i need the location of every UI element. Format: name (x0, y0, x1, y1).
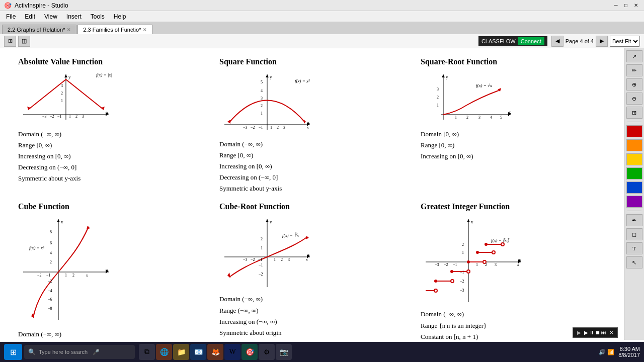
toolbar-btn-2[interactable]: ◫ (18, 36, 30, 47)
sq-domain: Domain (−∞, ∞) (219, 139, 282, 150)
svg-marker-59 (87, 226, 90, 229)
svg-text:y: y (446, 74, 448, 79)
absolute-value-cell: Absolute Value Function y f(x) = (10, 53, 211, 198)
tab-graphs-close[interactable]: ✕ (67, 27, 71, 32)
sidebar-color-orange[interactable] (626, 139, 642, 151)
activinspire-icon[interactable]: 🎯 (242, 344, 258, 360)
media-player[interactable]: ▶ ▶ ⏸ ⏹ ⏭ ✕ (573, 327, 618, 338)
search-icon: 🔍 (28, 348, 36, 355)
svg-point-112 (450, 270, 453, 273)
page-next[interactable]: ▶ (596, 36, 608, 47)
svg-text:−1: −1 (46, 273, 51, 278)
svg-text:−2: −2 (460, 279, 464, 284)
media-play[interactable]: ▶ (584, 330, 588, 335)
maximize-button[interactable]: □ (622, 2, 630, 10)
svg-point-109 (467, 260, 470, 263)
cuberoot-function-cell: Cube-Root Function y f(x) = ∛x x 2 (211, 198, 413, 342)
tray-time: 8:30 AM (618, 346, 640, 352)
sqrt-function-title: Square-Root Function (421, 57, 497, 66)
svg-text:4: 4 (50, 251, 52, 255)
tab-families-close[interactable]: ✕ (143, 27, 147, 32)
menu-help[interactable]: Help (110, 12, 130, 21)
sidebar-text-icon[interactable]: T (626, 242, 642, 254)
svg-marker-22 (227, 120, 230, 124)
toolbar-btn-1[interactable]: ⊞ (4, 36, 16, 47)
word-icon[interactable]: W (224, 344, 240, 360)
svg-text:f(x) = x³: f(x) = x³ (29, 245, 44, 250)
start-button[interactable]: ⊞ (4, 344, 22, 360)
menu-tools[interactable]: Tools (87, 12, 109, 21)
sidebar-arrow-icon[interactable]: ↖ (626, 256, 642, 268)
svg-point-105 (492, 251, 495, 254)
sqrt-function-info: Domain [0, ∞) Range [0, ∞) Increasing on… (421, 129, 473, 162)
svg-text:−2: −2 (37, 273, 42, 278)
menu-edit[interactable]: Edit (21, 12, 39, 21)
classflow-label: CLASSFLOW (481, 38, 516, 44)
svg-point-106 (476, 251, 479, 254)
svg-text:x: x (305, 257, 308, 262)
taskbar-search[interactable]: 🔍 Type here to search 🎤 (24, 345, 135, 359)
svg-text:x: x (106, 110, 108, 115)
svg-text:1: 1 (274, 257, 276, 262)
sqrt-function-cell: Square-Root Function y f(x) = √x x 3 (413, 53, 614, 198)
tab-bar: 2.2 Graphs of Relation* ✕ 2.3 Families o… (0, 22, 644, 34)
absolute-value-info: Domain (−∞, ∞) Range [0, ∞) Increasing o… (18, 129, 80, 184)
sidebar-color-red[interactable] (626, 125, 642, 137)
title-bar-text: ActivInspire - Studio (15, 2, 68, 9)
cube-function-info: Domain (−∞, ∞) Range (−∞, ∞) Increasing … (18, 329, 80, 342)
cube-function-cell: Cube Function y f(x) = x³ x 8 (10, 198, 211, 342)
sidebar-color-yellow[interactable] (626, 153, 642, 165)
ie-icon[interactable]: 🌐 (156, 344, 172, 360)
svg-text:−1: −1 (259, 263, 263, 267)
tray-icons: 🔊 📶 (599, 349, 614, 355)
svg-text:2: 2 (437, 95, 439, 100)
sidebar-grid-icon[interactable]: ⊞ (626, 107, 642, 119)
settings-icon[interactable]: ⚙ (259, 344, 275, 360)
tab-graphs[interactable]: 2.2 Graphs of Relation* ✕ (2, 25, 76, 34)
media-pause[interactable]: ⏸ (589, 330, 594, 335)
explorer-icon[interactable]: 📁 (173, 344, 189, 360)
firefox-icon[interactable]: 🦊 (207, 344, 223, 360)
tab-families[interactable]: 2.3 Families of Functio* ✕ (77, 25, 152, 34)
close-button[interactable]: ✕ (632, 2, 640, 10)
outlook-icon[interactable]: 📧 (190, 344, 206, 360)
taskview-icon[interactable]: ⧉ (139, 344, 155, 360)
sidebar-zoom-out-icon[interactable]: ⊖ (626, 93, 642, 105)
camera-icon[interactable]: 📷 (276, 344, 292, 360)
classflow-badge[interactable]: CLASSFLOW Connect (478, 36, 547, 46)
menu-file[interactable]: File (2, 12, 20, 21)
sidebar-zoom-icon[interactable]: ⊕ (626, 78, 642, 90)
zoom-select[interactable]: Best Fit (610, 36, 640, 47)
svg-text:y: y (68, 74, 71, 79)
svg-marker-80 (266, 219, 269, 222)
svg-text:4: 4 (490, 115, 492, 120)
menu-insert[interactable]: Insert (62, 12, 86, 21)
sidebar-eraser-icon[interactable]: ◻ (626, 228, 642, 240)
media-next[interactable]: ⏭ (601, 330, 606, 335)
svg-text:−1: −1 (57, 114, 62, 119)
sidebar-divider2 (627, 211, 641, 211)
classflow-status: Connect (518, 37, 544, 45)
svg-point-114 (451, 280, 454, 283)
sq-prop2: Decreasing on (−∞, 0] (219, 172, 282, 183)
menu-view[interactable]: View (40, 12, 61, 21)
sidebar-pen-icon[interactable]: ✒ (626, 214, 642, 226)
media-close[interactable]: ✕ (609, 330, 613, 335)
minimize-button[interactable]: ─ (612, 2, 620, 10)
sidebar-color-purple[interactable] (626, 196, 642, 208)
svg-text:f(x) = x²: f(x) = x² (295, 78, 310, 83)
svg-text:1: 1 (270, 125, 272, 130)
page-prev[interactable]: ◀ (551, 36, 564, 47)
cuberoot-function-title: Cube-Root Function (219, 202, 290, 211)
abs-prop2: Decreasing on (−∞, 0] (18, 162, 80, 173)
svg-text:−2: −2 (259, 272, 263, 277)
media-stop[interactable]: ⏹ (595, 330, 600, 335)
svg-text:1: 1 (476, 262, 478, 267)
svg-text:x: x (106, 267, 108, 272)
sidebar-color-blue[interactable] (626, 182, 642, 194)
svg-text:3: 3 (478, 115, 480, 120)
sidebar-color-green[interactable] (626, 167, 642, 179)
svg-text:3: 3 (61, 83, 63, 88)
sidebar-edit-icon[interactable]: ✏ (626, 64, 642, 76)
sidebar-share-icon[interactable]: ↗ (626, 50, 642, 62)
